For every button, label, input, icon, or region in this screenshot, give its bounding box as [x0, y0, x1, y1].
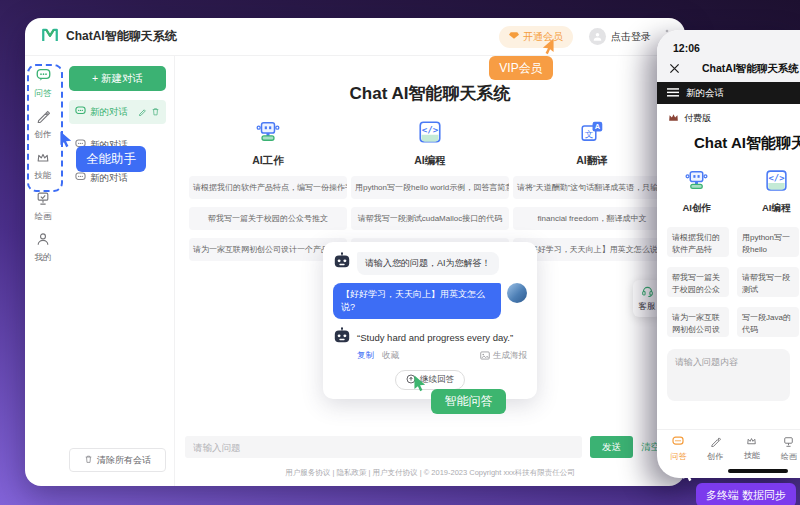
edit-icon[interactable] — [138, 107, 147, 118]
phone-tab-skills[interactable]: 技能 — [741, 436, 764, 462]
gem-icon — [509, 31, 519, 42]
phone-tab-label: 技能 — [744, 450, 760, 461]
rail-item-mine[interactable]: 我的 — [35, 232, 52, 264]
rail-item-skills[interactable]: 技能 — [35, 150, 52, 182]
app-logo-icon — [41, 26, 59, 48]
bot-avatar-icon — [333, 327, 351, 362]
plan-badge: 付费版 — [657, 104, 800, 125]
customer-service-label: 客服 — [639, 301, 656, 313]
multi-device-callout: 多终端 数据同步 — [696, 483, 796, 505]
clear-all-conversations-button[interactable]: 清除所有会话 — [69, 448, 166, 472]
prompt-chip[interactable]: 写一段Java的代码 — [737, 307, 799, 337]
question-input[interactable] — [185, 436, 582, 458]
open-vip-button[interactable]: 开通会员 — [499, 26, 573, 48]
prompt-chip[interactable]: 帮我写一篇关于校园的公众号推文 — [189, 207, 347, 230]
bot-message-row: 请输入您的问题，AI为您解答！ — [333, 252, 527, 275]
prompt-chip[interactable]: 帮我写一篇关于校园的公众号... — [667, 267, 729, 297]
code-icon: </> — [417, 119, 443, 149]
conversation-item[interactable]: 新的对话 — [69, 100, 166, 124]
pencil-icon — [710, 436, 721, 449]
svg-text:</>: </> — [422, 124, 439, 135]
prompt-chip[interactable]: 用python写一段hello world... — [737, 227, 799, 257]
home-indicator — [728, 469, 788, 473]
bot-answer-text: “Study hard and progress every day.” — [357, 332, 513, 343]
avatar-icon — [589, 28, 606, 45]
trash-icon — [84, 454, 93, 466]
rail-label: 绘画 — [35, 211, 52, 223]
prompt-chip[interactable]: 请将“天道酬勤”这句话翻译成英语，只输出译文 — [513, 176, 671, 199]
copy-button[interactable]: 复制 — [357, 350, 374, 362]
app-header: ChatAI智能聊天系统 开通会员 点击登录 — [25, 18, 685, 56]
chat-bubble-icon — [75, 106, 86, 118]
phone-nav-title: ChatAI智能聊天系统 — [702, 62, 799, 76]
favorite-button[interactable]: 收藏 — [382, 350, 399, 362]
translate-icon: 文A — [579, 119, 605, 149]
poster-label: 生成海报 — [493, 350, 527, 362]
prompt-chip[interactable]: 请帮我写一段测试cudaMalloc接口的代码 — [351, 207, 509, 230]
close-icon[interactable] — [669, 60, 680, 78]
login-button[interactable]: 点击登录 — [589, 28, 651, 45]
crown-icon — [746, 436, 757, 448]
feature-label: AI编程 — [414, 154, 446, 168]
feature-label: AI翻译 — [576, 154, 608, 168]
clear-all-label: 清除所有会话 — [97, 454, 151, 467]
user-avatar — [507, 283, 527, 303]
status-time: 12:06 — [673, 42, 700, 54]
svg-text:文: 文 — [585, 129, 594, 139]
phone-tab-paint[interactable]: 绘画 — [777, 436, 800, 462]
bot-answer-row: “Study hard and progress every day.” 复制 … — [333, 327, 527, 362]
phone-tab-label: 创作 — [707, 451, 723, 462]
assistant-callout: 全能助手 — [76, 146, 146, 172]
conversation-sidebar: + 新建对话 新的对话 新的对话 新的对话 — [61, 56, 175, 486]
menu-icon[interactable] — [667, 88, 679, 99]
window-body: 问答 创作 技能 绘画 我的 — [25, 56, 685, 486]
phone-feature-ai-create: AI创作 — [673, 168, 721, 215]
new-chat-button[interactable]: + 新建对话 — [69, 66, 166, 91]
page-background: ChatAI智能聊天系统 开通会员 点击登录 问答 — [0, 0, 800, 505]
phone-tab-qa[interactable]: 问答 — [667, 436, 690, 462]
phone-tab-create[interactable]: 创作 — [704, 436, 727, 462]
user-icon — [36, 232, 50, 250]
continue-answer-button[interactable]: 继续回答 — [395, 370, 465, 390]
prompt-chip[interactable]: 请帮我写一段测试cudaMallo... — [737, 267, 799, 297]
prompt-chip[interactable]: 请为一家互联网初创公司设计... — [667, 307, 729, 337]
feature-label: AI创作 — [683, 202, 712, 215]
phone-tab-label: 问答 — [670, 451, 686, 462]
chat-bubble-icon — [672, 436, 684, 449]
svg-text:A: A — [595, 122, 601, 131]
cursor-arrow-icon — [541, 38, 556, 60]
bot-avatar-icon — [333, 252, 351, 275]
feature-column-ai-work: AI工作 请根据我们的软件产品特点，编写一份操作手册 帮我写一篇关于校园的公众号… — [189, 119, 347, 261]
crown-icon — [668, 113, 679, 124]
rail-item-create[interactable]: 创作 — [35, 109, 52, 141]
feature-column-ai-coding: </> AI编程 用python写一段hello world示例，回答言简意赅 … — [351, 119, 509, 261]
svg-text:</>: </> — [768, 173, 784, 183]
send-button[interactable]: 发送 — [590, 436, 633, 458]
rail-item-paint[interactable]: 绘画 — [35, 191, 52, 223]
conversation-title: 新的对话 — [90, 106, 134, 119]
chat-bubble-icon — [75, 172, 86, 184]
paint-board-icon — [36, 191, 50, 209]
image-icon — [480, 351, 490, 362]
paint-board-icon — [783, 436, 794, 449]
generate-poster-button[interactable]: 生成海报 — [480, 350, 527, 362]
rail-item-qa[interactable]: 问答 — [35, 68, 52, 100]
user-message-bubble: 【好好学习，天天向上】用英文怎么说? — [333, 283, 501, 319]
feature-label: AI工作 — [252, 154, 284, 168]
phone-question-input[interactable] — [667, 349, 790, 401]
trash-icon[interactable] — [151, 107, 160, 118]
feature-columns: AI工作 请根据我们的软件产品特点，编写一份操作手册 帮我写一篇关于校园的公众号… — [175, 119, 685, 261]
user-message-row: 【好好学习，天天向上】用英文怎么说? — [333, 283, 527, 319]
plan-badge-label: 付费版 — [684, 112, 711, 125]
rail-label: 我的 — [35, 252, 52, 264]
prompt-chip[interactable]: 用python写一段hello world示例，回答言简意赅 — [351, 176, 509, 199]
app-title: ChatAI智能聊天系统 — [66, 28, 177, 45]
prompt-chip[interactable]: financial freedom，翻译成中文 — [513, 207, 671, 230]
question-input-row: 发送 清空会话 — [185, 436, 679, 458]
feature-label: AI编程 — [762, 202, 791, 215]
phone-status-bar: 12:06 — [657, 30, 800, 56]
footer-links[interactable]: 用户服务协议 | 隐私政策 | 用户支付协议 | © 2019-2023 Cop… — [175, 468, 685, 478]
cursor-arrow-icon — [681, 465, 696, 487]
prompt-chip[interactable]: 请根据我们的软件产品特点... — [667, 227, 729, 257]
prompt-chip[interactable]: 请根据我们的软件产品特点，编写一份操作手册 — [189, 176, 347, 199]
